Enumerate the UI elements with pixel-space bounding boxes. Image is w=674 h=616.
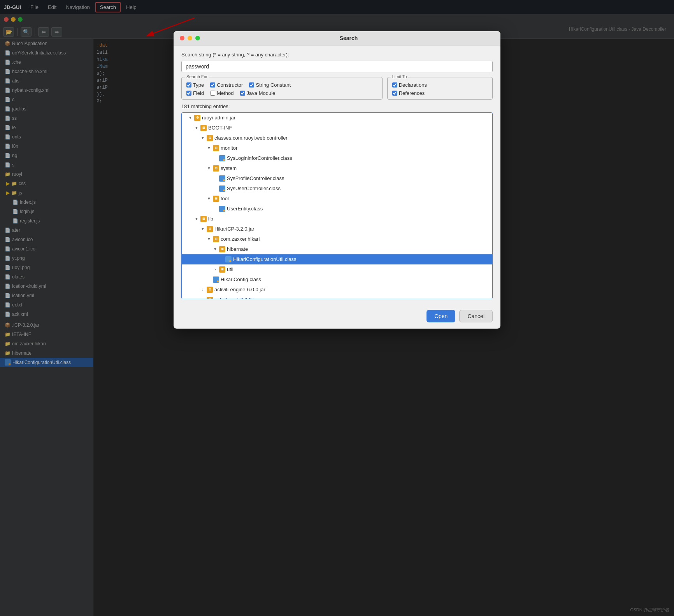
tree-item-userentity[interactable]: UserEntity.class bbox=[182, 204, 492, 214]
expand-arrow-13: ▼ bbox=[213, 245, 218, 254]
tree-item-sysprofile[interactable]: SysProfileController.class bbox=[182, 173, 492, 184]
checkbox-declarations-label: Declarations bbox=[399, 82, 427, 88]
tree-item-sysuser[interactable]: SysUserController.class bbox=[182, 184, 492, 194]
expand-arrow-5: ▼ bbox=[207, 164, 211, 173]
checkbox-constructor-input[interactable] bbox=[210, 82, 215, 88]
limit-to-group: Limit To Declarations References bbox=[387, 77, 493, 100]
search-string-label: Search string (* = any string, ? = any c… bbox=[181, 52, 493, 58]
pkg-icon-3: ⊞ bbox=[213, 145, 219, 151]
search-for-row-2: Field Method Java Module bbox=[186, 90, 377, 96]
dialog-maximize-button[interactable] bbox=[195, 36, 200, 40]
class-icon-9 bbox=[219, 206, 225, 212]
checkbox-string-constant[interactable]: String Constant bbox=[249, 82, 291, 88]
jar-icon-11: ⚙ bbox=[207, 226, 213, 232]
checkbox-field[interactable]: Field bbox=[186, 90, 204, 96]
limit-to-row-1: Declarations bbox=[392, 82, 488, 88]
checkbox-constructor-label: Constructor bbox=[217, 82, 243, 88]
tree-item-system[interactable]: ▼ ⊞ system bbox=[182, 163, 492, 173]
checkbox-java-module[interactable]: Java Module bbox=[240, 90, 276, 96]
class-icon-16 bbox=[213, 276, 219, 283]
tree-item-hikaricp[interactable]: ▼ ⚙ HikariCP-3.2.0.jar bbox=[182, 224, 492, 234]
pkg-icon-13: ⊞ bbox=[219, 246, 225, 252]
jar-icon-18: ⚙ bbox=[207, 297, 213, 299]
class-icon-14 bbox=[225, 256, 232, 262]
tree-item-hikariconfig[interactable]: HikariConfig.class bbox=[182, 275, 492, 285]
checkbox-string-constant-input[interactable] bbox=[249, 82, 254, 88]
tree-label-17: activiti-engine-6.0.0.jar bbox=[214, 285, 265, 294]
cancel-button[interactable]: Cancel bbox=[459, 310, 493, 322]
checkbox-type-input[interactable] bbox=[186, 82, 191, 88]
dialog-buttons: Open Cancel bbox=[174, 305, 500, 329]
tree-item-lib[interactable]: ▼ ⊞ lib bbox=[182, 214, 492, 224]
tree-item-monitor[interactable]: ▼ ⊞ monitor bbox=[182, 143, 492, 153]
tree-label-6: SysProfileController.class bbox=[227, 174, 284, 183]
tree-label-2: classes.com.ruoyi.web.controller bbox=[214, 134, 288, 142]
results-tree[interactable]: ▼ ⚙ ruoyi-admin.jar ▼ ⊞ BOOT-INF ▼ ⊞ bbox=[181, 112, 493, 299]
tree-label-11: HikariCP-3.2.0.jar bbox=[214, 225, 255, 233]
expand-arrow-15: › bbox=[213, 265, 218, 274]
options-row: Search For Type Constructor bbox=[181, 77, 493, 100]
checkbox-java-module-input[interactable] bbox=[240, 91, 245, 96]
class-icon-7 bbox=[219, 186, 225, 192]
tree-label-16: HikariConfig.class bbox=[221, 275, 261, 284]
tree-label-14: HikariConfigurationUtil.class bbox=[233, 255, 297, 264]
tree-label-5: system bbox=[221, 164, 237, 173]
tree-label-15: util bbox=[227, 265, 233, 274]
tree-item-util[interactable]: › ⊞ util bbox=[182, 264, 492, 275]
tree-label-13: hibernate bbox=[227, 245, 248, 254]
checkbox-field-label: Field bbox=[193, 90, 204, 96]
pkg-icon-12: ⊞ bbox=[213, 236, 219, 242]
checkbox-constructor[interactable]: Constructor bbox=[210, 82, 243, 88]
checkbox-type[interactable]: Type bbox=[186, 82, 204, 88]
dialog-close-button[interactable] bbox=[180, 36, 184, 40]
checkbox-declarations-input[interactable] bbox=[392, 82, 397, 88]
tree-item-ruoyi-admin[interactable]: ▼ ⚙ ruoyi-admin.jar bbox=[182, 113, 492, 123]
tree-label-1: BOOT-INF bbox=[208, 124, 232, 132]
expand-arrow-1: ▼ bbox=[194, 124, 199, 132]
checkbox-string-constant-label: String Constant bbox=[256, 82, 291, 88]
class-icon-6 bbox=[219, 175, 225, 182]
class-icon-4 bbox=[219, 155, 225, 161]
checkbox-declarations[interactable]: Declarations bbox=[392, 82, 427, 88]
search-for-label: Search For bbox=[185, 74, 209, 79]
open-button[interactable]: Open bbox=[427, 310, 455, 322]
checkbox-method-input[interactable] bbox=[210, 91, 215, 96]
checkbox-references-input[interactable] bbox=[392, 91, 397, 96]
dialog-minimize-button[interactable] bbox=[188, 36, 192, 40]
checkbox-references[interactable]: References bbox=[392, 90, 425, 96]
pkg-icon-15: ⊞ bbox=[219, 266, 225, 273]
tree-item-boot-inf[interactable]: ▼ ⊞ BOOT-INF bbox=[182, 123, 492, 133]
tree-label-9: UserEntity.class bbox=[227, 205, 263, 213]
expand-arrow-3: ▼ bbox=[207, 144, 211, 152]
checkbox-method[interactable]: Method bbox=[210, 90, 233, 96]
app-window: JD-GUI File Edit Navigation Search Help … bbox=[0, 0, 674, 616]
expand-arrow-17: › bbox=[200, 285, 205, 294]
tree-label-7: SysUserController.class bbox=[227, 184, 281, 193]
search-input[interactable] bbox=[181, 61, 493, 72]
tree-item-zaxxer[interactable]: ▼ ⊞ com.zaxxer.hikari bbox=[182, 234, 492, 244]
checkbox-field-input[interactable] bbox=[186, 91, 191, 96]
tree-item-hibernate[interactable]: ▼ ⊞ hibernate bbox=[182, 244, 492, 254]
tree-label-4: SysLogininforController.class bbox=[227, 154, 292, 163]
tree-label-3: monitor bbox=[221, 144, 237, 152]
dialog-body: Search string (* = any string, ? = any c… bbox=[174, 46, 500, 305]
dialog-title-bar: Search bbox=[174, 31, 500, 46]
tree-item-activiti-rest[interactable]: › ⚙ activiti-rest-6.0.0.jar bbox=[182, 295, 492, 299]
pkg-icon-10: ⊞ bbox=[200, 216, 207, 222]
tree-item-syslogininfor[interactable]: SysLogininforController.class bbox=[182, 153, 492, 163]
tree-label-12: com.zaxxer.hikari bbox=[221, 235, 260, 243]
search-for-group: Search For Type Constructor bbox=[181, 77, 383, 100]
checkbox-type-label: Type bbox=[193, 82, 204, 88]
expand-arrow-0: ▼ bbox=[188, 114, 193, 122]
tree-item-tool[interactable]: ▼ ⊞ tool bbox=[182, 194, 492, 204]
tree-item-classes[interactable]: ▼ ⊞ classes.com.ruoyi.web.controller bbox=[182, 133, 492, 143]
dialog-title: Search bbox=[203, 35, 494, 41]
tree-label-0: ruoyi-admin.jar bbox=[202, 114, 235, 122]
tree-item-activiti-engine[interactable]: › ⚙ activiti-engine-6.0.0.jar bbox=[182, 285, 492, 295]
tree-label-8: tool bbox=[221, 194, 229, 203]
tree-item-hikari-config-util[interactable]: HikariConfigurationUtil.class bbox=[182, 254, 492, 264]
tree-label-10: lib bbox=[208, 215, 213, 223]
expand-arrow-11: ▼ bbox=[200, 225, 205, 233]
pkg-icon-5: ⊞ bbox=[213, 165, 219, 172]
expand-arrow-18: › bbox=[200, 296, 205, 299]
